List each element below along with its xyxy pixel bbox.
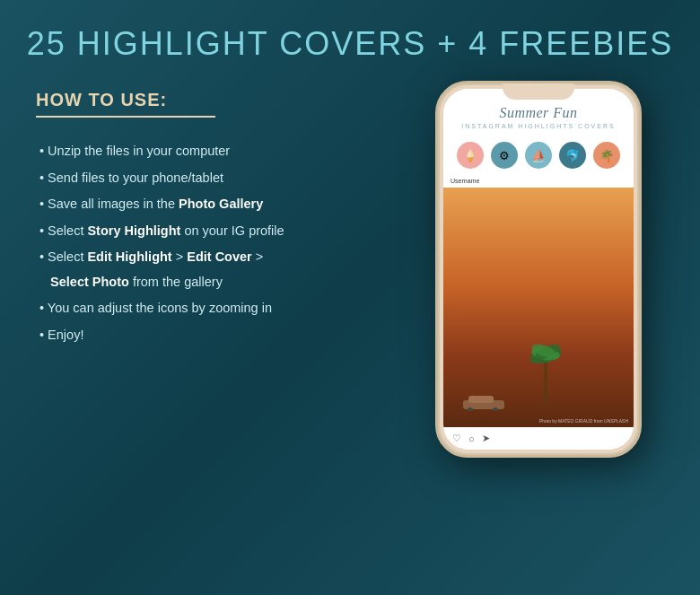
icon-4: 🐬: [559, 142, 586, 169]
list-item: You can adjust the icons by zooming in: [36, 296, 395, 321]
svg-rect-6: [468, 396, 494, 403]
screen-title: Summer Fun: [452, 105, 625, 121]
list-item: Save all images in the Photo Gallery: [36, 192, 395, 217]
list-item: Select Story Highlight on your IG profil…: [36, 219, 395, 244]
icon-1: 🍦: [457, 142, 484, 169]
phone-mockup: Summer Fun INSTAGRAM HIGHLIGHTS COVERS 🍦…: [435, 81, 642, 458]
bold-story-highlight: Story Highlight: [87, 223, 180, 238]
how-to-use-heading: HOW TO USE:: [36, 90, 395, 110]
instructions-section: HOW TO USE: Unzip the files in your comp…: [36, 90, 413, 349]
screen-subtitle: INSTAGRAM HIGHLIGHTS COVERS: [452, 123, 625, 129]
phone-section: Summer Fun INSTAGRAM HIGHLIGHTS COVERS 🍦…: [413, 81, 664, 458]
list-item: Select Edit Highlight > Edit Cover > Sel…: [36, 245, 395, 294]
heading-underline: [36, 116, 215, 118]
phone-screen: Summer Fun INSTAGRAM HIGHLIGHTS COVERS 🍦…: [443, 89, 634, 450]
content-area: HOW TO USE: Unzip the files in your comp…: [0, 90, 700, 458]
bold-photo-gallery: Photo Gallery: [179, 197, 263, 211]
main-title: 25 HIGHLIGHT COVERS + 4 Freebies: [27, 25, 674, 63]
screen-actions: ♡ ○ ➤: [443, 427, 634, 450]
icon-2: ⚙: [491, 142, 518, 169]
instruction-list: Unzip the files in your computer Send fi…: [36, 139, 395, 347]
palm-tree-icon: [528, 328, 564, 409]
icon-5: 🌴: [593, 142, 620, 169]
comment-icon: ○: [468, 433, 475, 444]
bold-edit-highlight: Edit Highlight: [87, 249, 171, 264]
list-item: Unzip the files in your computer: [36, 139, 395, 164]
photo-credit: Photo by MATEO GIRAUD from UNSPLASH: [539, 418, 628, 424]
screen-username: Username: [443, 176, 634, 188]
title-section: 25 HIGHLIGHT COVERS + 4 Freebies: [27, 25, 674, 63]
car-icon: [461, 393, 506, 411]
share-icon: ➤: [482, 433, 490, 444]
bold-edit-cover: Edit Cover: [187, 249, 252, 264]
heart-icon: ♡: [452, 433, 461, 444]
bold-select-photo: Select Photo: [50, 275, 129, 289]
screen-photo: Photo by MATEO GIRAUD from UNSPLASH: [443, 188, 634, 427]
phone-notch: [503, 83, 574, 100]
screen-icons: 🍦 ⚙ ⛵ 🐬 🌴: [443, 135, 634, 176]
main-container: 25 HIGHLIGHT COVERS + 4 Freebies HOW TO …: [0, 0, 700, 595]
list-item: Send files to your phone/tablet: [36, 166, 395, 191]
list-item: Enjoy!: [36, 323, 395, 348]
icon-3: ⛵: [525, 142, 552, 169]
